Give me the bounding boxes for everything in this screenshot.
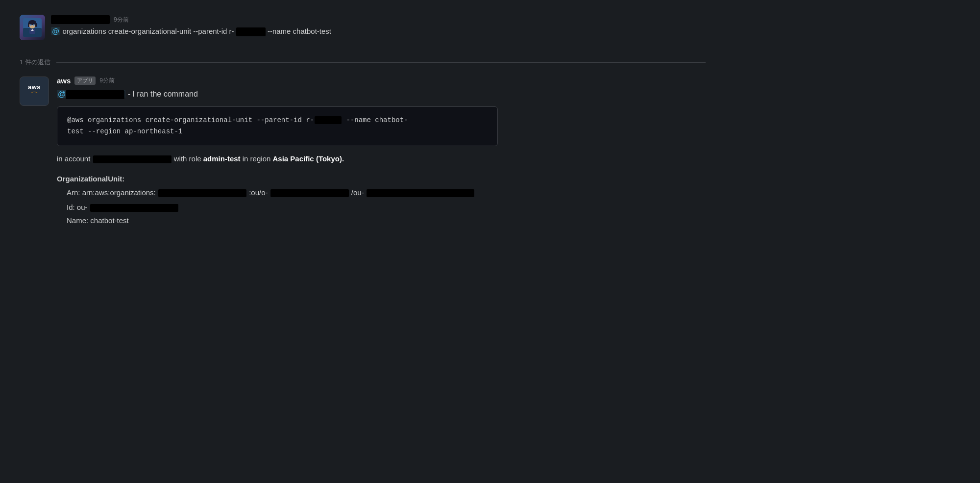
original-username [51,15,110,24]
command-block-line1: @aws organizations create-organizational… [67,116,408,124]
bot-message: aws ⌒ aws アプリ 9分前 @ - I ran the command … [20,76,706,228]
parent-id-redacted [236,27,266,36]
aws-avatar: aws ⌒ [20,76,49,106]
aws-logo-arrow: ⌒ [30,92,38,100]
reply-count: 1 件の返信 [20,58,50,67]
bot-response-text: @ - I ran the command [57,88,706,101]
command-block: @aws organizations create-organizational… [57,106,498,147]
id-label: Id: [67,203,75,211]
name-field: Name: chatbot-test [57,216,706,225]
cmd-parent-id-redacted [315,116,342,124]
bot-header: aws アプリ 9分前 [57,76,706,85]
arn-ou-prefix: /ou- [351,188,364,197]
ou-id-redacted [90,204,178,212]
arn-ou-redacted [367,189,474,197]
original-message-header: 9分前 [51,15,706,24]
aws-logo: aws ⌒ [28,83,41,100]
aws-mention[interactable]: @ [51,27,60,35]
app-badge: アプリ [74,76,96,85]
message-container: 9分前 @ organizations create-organizationa… [20,15,706,228]
command-name-text: --name chatbot-test [268,27,331,35]
role-name: admin-test [203,154,241,163]
account-id-redacted [93,155,172,163]
arn-middle: :ou/o- [249,188,268,197]
reply-divider: 1 件の返信 [20,58,706,67]
with-role-text: with role [174,154,201,163]
command-text: organizations create-organizational-unit… [62,27,234,35]
ran-command-text: - I ran the command [128,90,198,98]
mentioned-user-redacted [66,90,124,99]
svg-point-3 [28,20,36,25]
ou-section: OrganizationalUnit: Arn: arn:aws:organiz… [57,175,706,225]
in-region-text: in region [243,154,271,163]
arn-prefix: arn:aws:organizations: [82,188,156,197]
aws-logo-text: aws [28,83,41,91]
svg-rect-5 [35,23,37,27]
user-avatar [20,15,45,40]
username-redacted [51,15,110,24]
id-prefix: ou- [77,203,88,211]
command-block-line2: test --region ap-northeast-1 [67,127,182,135]
account-info: in account with role admin-test in regio… [57,153,706,165]
original-message: 9分前 @ organizations create-organizationa… [20,15,706,48]
svg-point-7 [33,25,35,26]
original-timestamp: 9分前 [114,16,129,24]
svg-rect-4 [28,23,29,27]
original-message-content: 9分前 @ organizations create-organizationa… [51,15,706,37]
name-value: chatbot-test [90,216,128,225]
original-message-text: @ organizations create-organizational-un… [51,26,706,37]
arn-org-redacted [270,189,349,197]
region-name: Asia Pacific (Tokyo). [273,154,344,163]
arn-field: Arn: arn:aws:organizations: :ou/o- /ou- [57,187,706,199]
name-label: Name: [67,216,88,225]
user-mention[interactable]: @ [57,90,125,98]
arn-label: Arn: [67,188,80,197]
svg-point-6 [30,25,32,26]
id-field: Id: ou- [57,202,706,213]
ou-title: OrganizationalUnit: [57,175,706,183]
bot-content: aws アプリ 9分前 @ - I ran the command @aws o… [57,76,706,228]
bot-timestamp: 9分前 [99,76,115,85]
arn-account-redacted [158,189,246,197]
in-account-text: in account [57,154,90,163]
bot-name: aws [57,76,71,85]
